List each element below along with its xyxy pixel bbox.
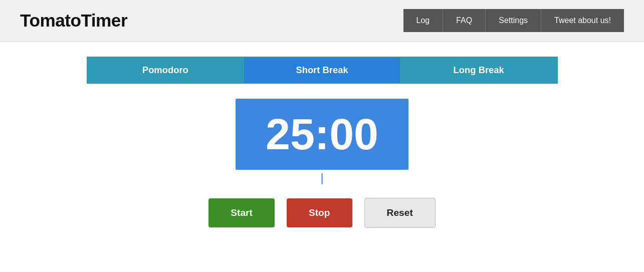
app-title: TomatoTimer [20, 11, 127, 31]
tab-short-break[interactable]: Short Break [244, 58, 401, 83]
timer-wrapper: 25:00 | [236, 99, 408, 184]
start-button[interactable]: Start [208, 198, 275, 227]
faq-button[interactable]: FAQ [443, 9, 486, 32]
main-content: Pomodoro Short Break Long Break 25:00 | … [0, 42, 644, 228]
timer-cursor: | [320, 172, 323, 184]
tab-long-break[interactable]: Long Break [401, 58, 557, 83]
tab-pomodoro[interactable]: Pomodoro [88, 58, 245, 83]
timer-tabs: Pomodoro Short Break Long Break [87, 57, 558, 84]
stop-button[interactable]: Stop [287, 198, 352, 227]
timer-display: 25:00 [236, 99, 408, 170]
tweet-button[interactable]: Tweet about us! [541, 9, 624, 32]
settings-button[interactable]: Settings [486, 9, 541, 32]
timer-buttons: Start Stop Reset [208, 198, 436, 228]
app-header: TomatoTimer Log FAQ Settings Tweet about… [0, 0, 644, 42]
main-nav: Log FAQ Settings Tweet about us! [403, 9, 624, 32]
reset-button[interactable]: Reset [364, 198, 436, 228]
log-button[interactable]: Log [403, 9, 444, 32]
